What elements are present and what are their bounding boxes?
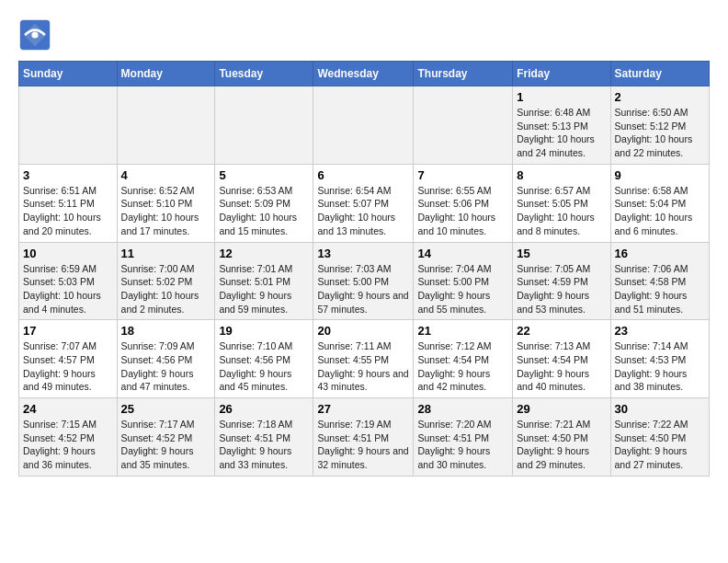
day-number: 24 xyxy=(23,402,113,416)
calendar-cell: 22Sunrise: 7:13 AM Sunset: 4:54 PM Dayli… xyxy=(513,320,610,398)
day-number: 8 xyxy=(517,168,606,182)
calendar-cell: 23Sunrise: 7:14 AM Sunset: 4:53 PM Dayli… xyxy=(610,320,709,398)
day-number: 26 xyxy=(219,402,309,416)
calendar-cell: 18Sunrise: 7:09 AM Sunset: 4:56 PM Dayli… xyxy=(117,320,215,398)
day-number: 19 xyxy=(219,324,309,338)
day-number: 10 xyxy=(23,247,113,260)
day-number: 9 xyxy=(615,168,705,182)
day-info: Sunrise: 7:17 AM Sunset: 4:52 PM Dayligh… xyxy=(121,418,211,472)
calendar-cell: 24Sunrise: 7:15 AM Sunset: 4:52 PM Dayli… xyxy=(19,398,118,477)
day-info: Sunrise: 6:55 AM Sunset: 5:06 PM Dayligh… xyxy=(417,184,508,238)
day-info: Sunrise: 7:13 AM Sunset: 4:54 PM Dayligh… xyxy=(517,339,606,394)
calendar-cell: 30Sunrise: 7:22 AM Sunset: 4:50 PM Dayli… xyxy=(610,398,709,477)
calendar-cell: 7Sunrise: 6:55 AM Sunset: 5:06 PM Daylig… xyxy=(414,164,513,242)
day-info: Sunrise: 7:10 AM Sunset: 4:56 PM Dayligh… xyxy=(219,339,309,394)
day-number: 6 xyxy=(317,168,409,182)
day-info: Sunrise: 7:12 AM Sunset: 4:54 PM Dayligh… xyxy=(417,339,508,394)
calendar-cell xyxy=(117,86,215,165)
calendar-cell: 27Sunrise: 7:19 AM Sunset: 4:51 PM Dayli… xyxy=(313,398,414,477)
day-number: 28 xyxy=(417,402,508,416)
calendar-cell: 2Sunrise: 6:50 AM Sunset: 5:12 PM Daylig… xyxy=(610,86,709,165)
day-info: Sunrise: 7:18 AM Sunset: 4:51 PM Dayligh… xyxy=(219,418,309,472)
day-info: Sunrise: 6:58 AM Sunset: 5:04 PM Dayligh… xyxy=(615,184,705,238)
calendar-cell: 9Sunrise: 6:58 AM Sunset: 5:04 PM Daylig… xyxy=(610,164,709,242)
day-info: Sunrise: 7:06 AM Sunset: 4:58 PM Dayligh… xyxy=(615,262,705,316)
day-info: Sunrise: 7:21 AM Sunset: 4:50 PM Dayligh… xyxy=(517,418,606,472)
calendar-cell: 17Sunrise: 7:07 AM Sunset: 4:57 PM Dayli… xyxy=(19,320,118,398)
day-number: 17 xyxy=(23,324,113,338)
week-row-1: 1Sunrise: 6:48 AM Sunset: 5:13 PM Daylig… xyxy=(19,86,710,165)
calendar-cell: 15Sunrise: 7:05 AM Sunset: 4:59 PM Dayli… xyxy=(513,242,610,320)
day-info: Sunrise: 6:48 AM Sunset: 5:13 PM Dayligh… xyxy=(517,106,606,160)
calendar-cell: 29Sunrise: 7:21 AM Sunset: 4:50 PM Dayli… xyxy=(513,398,610,477)
day-number: 25 xyxy=(121,402,211,416)
week-row-5: 24Sunrise: 7:15 AM Sunset: 4:52 PM Dayli… xyxy=(19,398,710,477)
day-info: Sunrise: 7:05 AM Sunset: 4:59 PM Dayligh… xyxy=(517,262,606,316)
day-number: 7 xyxy=(417,168,508,182)
day-info: Sunrise: 7:19 AM Sunset: 4:51 PM Dayligh… xyxy=(317,418,409,472)
day-info: Sunrise: 6:50 AM Sunset: 5:12 PM Dayligh… xyxy=(615,106,705,160)
day-header-tuesday: Tuesday xyxy=(215,62,313,86)
day-info: Sunrise: 7:03 AM Sunset: 5:00 PM Dayligh… xyxy=(317,262,409,316)
logo-icon xyxy=(18,18,51,52)
day-number: 16 xyxy=(615,247,705,260)
day-info: Sunrise: 7:11 AM Sunset: 4:55 PM Dayligh… xyxy=(317,339,409,394)
day-number: 5 xyxy=(219,168,309,182)
day-header-sunday: Sunday xyxy=(19,62,118,86)
calendar-cell xyxy=(215,86,313,165)
calendar-cell: 1Sunrise: 6:48 AM Sunset: 5:13 PM Daylig… xyxy=(513,86,610,165)
calendar-table: SundayMondayTuesdayWednesdayThursdayFrid… xyxy=(18,61,710,477)
day-info: Sunrise: 7:14 AM Sunset: 4:53 PM Dayligh… xyxy=(615,339,705,394)
day-info: Sunrise: 6:59 AM Sunset: 5:03 PM Dayligh… xyxy=(23,262,113,316)
calendar-cell: 12Sunrise: 7:01 AM Sunset: 5:01 PM Dayli… xyxy=(215,242,313,320)
day-number: 18 xyxy=(121,324,211,338)
calendar-cell: 11Sunrise: 7:00 AM Sunset: 5:02 PM Dayli… xyxy=(117,242,215,320)
day-info: Sunrise: 7:09 AM Sunset: 4:56 PM Dayligh… xyxy=(121,339,211,394)
calendar-cell: 16Sunrise: 7:06 AM Sunset: 4:58 PM Dayli… xyxy=(610,242,709,320)
day-number: 21 xyxy=(417,324,508,338)
calendar-cell: 5Sunrise: 6:53 AM Sunset: 5:09 PM Daylig… xyxy=(215,164,313,242)
day-number: 14 xyxy=(417,247,508,260)
day-info: Sunrise: 7:20 AM Sunset: 4:51 PM Dayligh… xyxy=(417,418,508,472)
day-number: 2 xyxy=(615,90,705,104)
svg-point-2 xyxy=(31,31,38,38)
calendar-cell: 21Sunrise: 7:12 AM Sunset: 4:54 PM Dayli… xyxy=(414,320,513,398)
week-row-4: 17Sunrise: 7:07 AM Sunset: 4:57 PM Dayli… xyxy=(19,320,710,398)
week-row-2: 3Sunrise: 6:51 AM Sunset: 5:11 PM Daylig… xyxy=(19,164,710,242)
calendar-cell xyxy=(414,86,513,165)
calendar-cell: 10Sunrise: 6:59 AM Sunset: 5:03 PM Dayli… xyxy=(19,242,118,320)
day-number: 22 xyxy=(517,324,606,338)
day-info: Sunrise: 7:01 AM Sunset: 5:01 PM Dayligh… xyxy=(219,262,309,316)
day-info: Sunrise: 7:07 AM Sunset: 4:57 PM Dayligh… xyxy=(23,339,113,394)
day-number: 29 xyxy=(517,402,606,416)
day-header-monday: Monday xyxy=(117,62,215,86)
calendar-cell: 4Sunrise: 6:52 AM Sunset: 5:10 PM Daylig… xyxy=(117,164,215,242)
calendar-cell: 28Sunrise: 7:20 AM Sunset: 4:51 PM Dayli… xyxy=(414,398,513,477)
day-info: Sunrise: 6:51 AM Sunset: 5:11 PM Dayligh… xyxy=(23,184,113,238)
day-number: 15 xyxy=(517,247,606,260)
day-number: 3 xyxy=(23,168,113,182)
day-info: Sunrise: 7:04 AM Sunset: 5:00 PM Dayligh… xyxy=(417,262,508,316)
calendar-cell: 25Sunrise: 7:17 AM Sunset: 4:52 PM Dayli… xyxy=(117,398,215,477)
day-info: Sunrise: 6:53 AM Sunset: 5:09 PM Dayligh… xyxy=(219,184,309,238)
calendar-cell xyxy=(313,86,414,165)
calendar-cell: 13Sunrise: 7:03 AM Sunset: 5:00 PM Dayli… xyxy=(313,242,414,320)
calendar-cell: 20Sunrise: 7:11 AM Sunset: 4:55 PM Dayli… xyxy=(313,320,414,398)
day-number: 11 xyxy=(121,247,211,260)
day-number: 4 xyxy=(121,168,211,182)
day-info: Sunrise: 7:15 AM Sunset: 4:52 PM Dayligh… xyxy=(23,418,113,472)
day-number: 13 xyxy=(317,247,409,260)
day-header-wednesday: Wednesday xyxy=(313,62,414,86)
logo xyxy=(18,18,57,52)
day-header-thursday: Thursday xyxy=(414,62,513,86)
page-header xyxy=(18,18,710,52)
day-info: Sunrise: 7:22 AM Sunset: 4:50 PM Dayligh… xyxy=(615,418,705,472)
day-number: 1 xyxy=(517,90,606,104)
day-info: Sunrise: 6:57 AM Sunset: 5:05 PM Dayligh… xyxy=(517,184,606,238)
calendar-cell: 6Sunrise: 6:54 AM Sunset: 5:07 PM Daylig… xyxy=(313,164,414,242)
day-header-saturday: Saturday xyxy=(610,62,709,86)
day-info: Sunrise: 7:00 AM Sunset: 5:02 PM Dayligh… xyxy=(121,262,211,316)
day-info: Sunrise: 6:52 AM Sunset: 5:10 PM Dayligh… xyxy=(121,184,211,238)
week-row-3: 10Sunrise: 6:59 AM Sunset: 5:03 PM Dayli… xyxy=(19,242,710,320)
calendar-cell: 8Sunrise: 6:57 AM Sunset: 5:05 PM Daylig… xyxy=(513,164,610,242)
